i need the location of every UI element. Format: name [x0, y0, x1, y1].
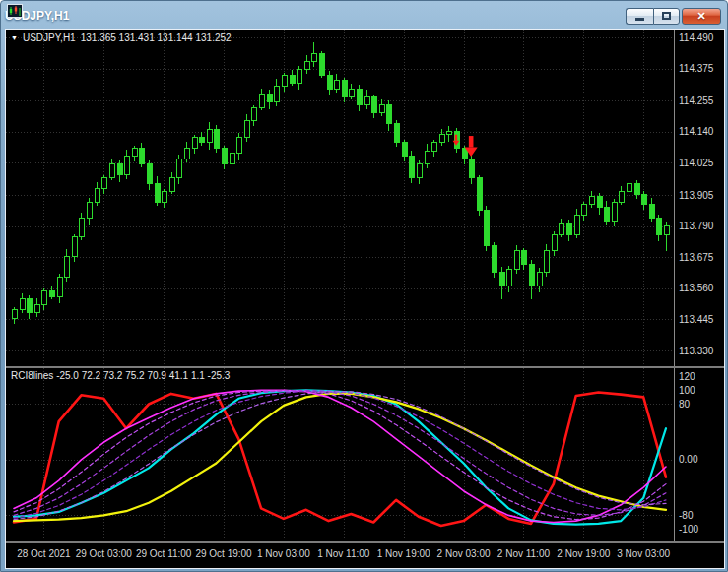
candle-body: [417, 164, 422, 178]
candle-body: [124, 157, 129, 175]
main-chart-svg[interactable]: 114.490114.375114.255114.140114.025113.9…: [6, 30, 724, 366]
price-axis-label: 114.375: [679, 63, 714, 74]
candle-body: [649, 205, 654, 219]
candle-body: [311, 53, 316, 61]
candle-body: [244, 121, 249, 137]
candle-body: [222, 148, 227, 163]
candle-body: [251, 107, 256, 121]
candle-body: [319, 53, 324, 75]
indicator-info-line: RCI8lines -25.0 72.2 73.2 75.2 70.9 41.1…: [11, 370, 230, 381]
candle-body: [101, 178, 106, 189]
candle-body: [95, 189, 99, 203]
candle-body: [604, 208, 609, 222]
time-axis-label: 29 Oct 11:00: [136, 548, 192, 559]
candle-body: [514, 251, 519, 270]
candle-body: [537, 273, 542, 286]
candle-body: [147, 164, 152, 183]
candle-body: [282, 75, 287, 86]
price-axis-label: 114.025: [679, 158, 714, 168]
candle-body: [559, 223, 563, 234]
minimize-button[interactable]: [626, 8, 653, 25]
candle-body: [20, 299, 25, 310]
candle-body: [49, 291, 54, 296]
chevron-down-icon[interactable]: ▼: [11, 33, 18, 43]
candle-body: [469, 159, 474, 177]
indicator-axis-label: 120: [679, 371, 695, 382]
candle-body: [304, 62, 309, 70]
candle-body: [274, 86, 279, 101]
price-axis-label: 113.675: [679, 252, 714, 263]
indicator-axis-label: -80: [679, 510, 694, 521]
candle-body: [394, 124, 399, 143]
chart-window: USDJPY,H1 ✕ ▼ USDJPY,H1 131.365 131.431 …: [0, 0, 728, 572]
candle-body: [627, 183, 631, 191]
candle-body: [109, 164, 114, 178]
maximize-icon: [662, 12, 671, 20]
time-axis-label: 28 Oct 2021: [17, 548, 70, 559]
candle-body: [529, 264, 534, 286]
price-axis-label: 113.445: [679, 314, 714, 325]
candle-body: [506, 270, 511, 286]
time-axis-label: 2 Nov 03:00: [437, 548, 491, 559]
title-bar[interactable]: USDJPY,H1 ✕: [5, 4, 723, 28]
candle-body: [477, 178, 482, 211]
candle-body: [492, 245, 496, 272]
candle-body: [641, 194, 646, 205]
candle-body: [349, 89, 354, 96]
candlestick-series: [12, 42, 669, 323]
candle-body: [192, 137, 197, 148]
close-button[interactable]: ✕: [682, 8, 721, 25]
candle-body: [259, 95, 264, 108]
price-axis-label: 114.490: [679, 32, 714, 43]
candle-body: [484, 210, 489, 245]
indicator-svg[interactable]: 120100800.00-80-100: [6, 368, 724, 541]
candle-body: [574, 216, 579, 234]
indicator-axis-label: -100: [679, 524, 698, 535]
indicator-axis-labels: 120100800.00-80-100: [679, 371, 698, 535]
candle-body: [184, 148, 189, 159]
candle-body: [439, 135, 444, 143]
price-axis-label: 113.905: [679, 190, 714, 201]
candle-body: [552, 234, 557, 250]
indicator-pane[interactable]: RCI8lines -25.0 72.2 73.2 75.2 70.9 41.1…: [6, 368, 724, 541]
candle-body: [267, 95, 272, 102]
candle-body: [499, 273, 504, 286]
candle-body: [334, 81, 339, 89]
candle-body: [597, 197, 602, 208]
main-grid: [6, 30, 674, 366]
candle-body: [41, 291, 46, 305]
chart-client-area: ▼ USDJPY,H1 131.365 131.431 131.144 131.…: [5, 29, 725, 569]
price-axis-label: 113.790: [679, 221, 714, 231]
candle-body: [34, 304, 39, 312]
candle-body: [79, 219, 84, 237]
candle-body: [199, 137, 204, 142]
ohlc-values: 131.365 131.431 131.144 131.252: [81, 32, 232, 43]
candle-body: [139, 148, 144, 163]
candle-body: [132, 148, 137, 156]
candle-body: [521, 251, 526, 265]
price-axis-label: 113.560: [679, 283, 714, 293]
candle-body: [446, 132, 451, 135]
candle-body: [162, 191, 166, 202]
main-price-pane[interactable]: ▼ USDJPY,H1 131.365 131.431 131.144 131.…: [6, 30, 724, 366]
time-axis[interactable]: 28 Oct 202129 Oct 03:0029 Oct 11:0029 Oc…: [6, 543, 724, 568]
indicator-axis-label: 100: [679, 385, 695, 396]
time-axis-label: 1 Nov 19:00: [377, 548, 430, 559]
candle-body: [664, 226, 669, 234]
rci-line-yellow: [14, 394, 666, 521]
candle-body: [589, 197, 594, 205]
candle-body: [297, 70, 301, 84]
candle-body: [176, 159, 181, 177]
maximize-button[interactable]: [653, 8, 680, 25]
candle-body: [581, 205, 586, 216]
candle-body: [612, 202, 617, 221]
symbol-period-label: USDJPY,H1: [23, 32, 76, 43]
time-axis-label: 1 Nov 03:00: [257, 548, 310, 559]
time-axis-label: 1 Nov 11:00: [317, 548, 369, 559]
price-axis-label: 114.140: [679, 126, 714, 137]
candle-body: [57, 278, 62, 296]
close-icon: ✕: [696, 10, 705, 23]
chart-window-icon[interactable]: [7, 4, 23, 18]
candle-body: [155, 183, 160, 202]
chart-info-line: ▼ USDJPY,H1 131.365 131.431 131.144 131.…: [11, 32, 232, 43]
